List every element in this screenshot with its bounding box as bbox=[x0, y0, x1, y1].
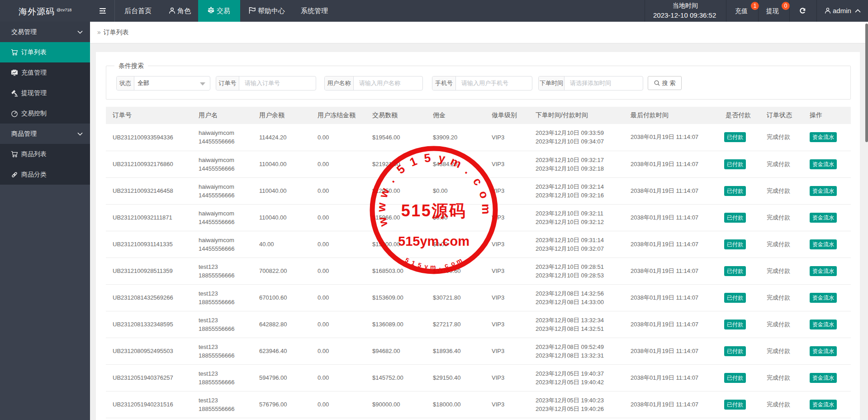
svg-text:5: 5 bbox=[423, 151, 432, 165]
svg-text:w: w bbox=[376, 186, 393, 200]
svg-text:m: m bbox=[479, 204, 493, 215]
svg-text:5: 5 bbox=[404, 256, 411, 264]
svg-text:515ym.com: 515ym.com bbox=[398, 234, 470, 248]
svg-text:.: . bbox=[384, 175, 398, 185]
svg-text:w: w bbox=[375, 215, 390, 228]
svg-text:5: 5 bbox=[394, 162, 408, 177]
svg-text:1: 1 bbox=[408, 154, 419, 169]
svg-text:w: w bbox=[375, 202, 389, 213]
svg-text:y: y bbox=[438, 151, 447, 165]
svg-text:o: o bbox=[450, 259, 455, 267]
svg-text:c: c bbox=[470, 175, 485, 188]
svg-text:515源码: 515源码 bbox=[401, 201, 467, 220]
svg-text:m: m bbox=[430, 263, 436, 270]
svg-text:o: o bbox=[476, 189, 491, 200]
svg-text:.: . bbox=[438, 263, 441, 270]
svg-text:1: 1 bbox=[410, 259, 416, 267]
svg-text:.: . bbox=[463, 164, 474, 177]
